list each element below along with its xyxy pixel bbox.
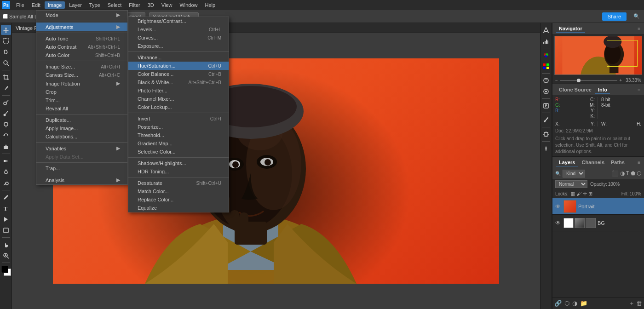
color-icon[interactable] <box>541 50 551 60</box>
navigator-icon[interactable] <box>541 25 551 35</box>
layer-group-icon[interactable]: 📁 <box>580 300 587 307</box>
clone-stamp-tool[interactable] <box>1 120 11 130</box>
adj-black-white[interactable]: Black & White... Alt+Shift+Ctrl+B <box>128 78 229 86</box>
clone-source-tab[interactable]: Clone Source <box>556 86 594 94</box>
menu-3d[interactable]: 3D <box>144 1 157 9</box>
type-tool[interactable]: T <box>1 203 11 213</box>
zoom-out-icon[interactable]: − <box>555 78 558 83</box>
path-selection-tool[interactable] <box>1 214 11 224</box>
image-menu-canvas-size[interactable]: Canvas Size... Alt+Ctrl+C <box>36 71 127 79</box>
adj-levels[interactable]: Levels... Ctrl+L <box>128 25 229 34</box>
hand-tool[interactable] <box>1 240 11 250</box>
lock-transparent-icon[interactable]: ▦ <box>570 191 575 197</box>
zoom-in-icon[interactable]: + <box>619 78 622 83</box>
layer-filter-pixel-icon[interactable]: ⬛ <box>612 170 619 177</box>
history-brush-tool[interactable] <box>1 131 11 141</box>
layers-kind-select[interactable]: Kind <box>563 170 585 177</box>
healing-brush-tool[interactable] <box>1 97 11 108</box>
adj-exposure[interactable]: Exposure... <box>128 42 229 50</box>
adj-gradient-map[interactable]: Gradient Map... <box>128 139 229 148</box>
info-tab[interactable]: Info <box>595 86 610 94</box>
layers-tab[interactable]: Layers <box>556 159 578 166</box>
adj-channel-mixer[interactable]: Channel Mixer... <box>128 95 229 103</box>
sample-all-layers-input[interactable] <box>3 14 8 19</box>
layer-visibility-bg[interactable]: 👁 <box>554 219 562 227</box>
adj-shadows-highlights[interactable]: Shadows/Highlights... <box>128 159 229 167</box>
lock-position-icon[interactable]: ✛ <box>583 191 587 197</box>
layers-options-icon[interactable]: ≡ <box>638 160 640 165</box>
layer-row-portrait[interactable]: 👁 Portrait <box>552 198 644 215</box>
image-menu-auto-contrast[interactable]: Auto Contrast Alt+Shift+Ctrl+L <box>36 43 127 51</box>
image-menu-adjustments[interactable]: Adjustments ▶ <box>36 23 127 31</box>
adj-hue-saturation[interactable]: Hue/Saturation... Ctrl+U <box>128 62 229 70</box>
menu-help[interactable]: Help <box>202 1 219 9</box>
lasso-tool[interactable] <box>1 47 11 57</box>
more-options-icon[interactable] <box>541 143 551 154</box>
layer-visibility-portrait[interactable]: 👁 <box>554 203 562 210</box>
layer-filter-adjust-icon[interactable]: ◑ <box>620 170 625 177</box>
image-menu-analysis[interactable]: Analysis ▶ <box>36 176 127 184</box>
image-menu-auto-color[interactable]: Auto Color Shift+Ctrl+B <box>36 51 127 59</box>
histogram-icon[interactable] <box>541 36 551 46</box>
zoom-slider[interactable] <box>560 80 617 81</box>
image-menu-auto-tone[interactable]: Auto Tone Shift+Ctrl+L <box>36 34 127 43</box>
channels-tab[interactable]: Channels <box>579 159 607 166</box>
adj-color-balance[interactable]: Color Balance... Ctrl+B <box>128 70 229 78</box>
paths-tab[interactable]: Paths <box>608 159 627 166</box>
adj-desaturate[interactable]: Desaturate Shift+Ctrl+U <box>128 179 229 187</box>
plugins-icon[interactable] <box>541 129 551 139</box>
share-button[interactable]: Share <box>602 12 627 21</box>
dodge-tool[interactable] <box>1 178 11 188</box>
adj-photo-filter[interactable]: Photo Filter... <box>128 86 229 95</box>
menu-window[interactable]: Window <box>176 1 201 9</box>
adj-threshold[interactable]: Threshold... <box>128 131 229 139</box>
layer-filter-type-icon[interactable]: T <box>626 170 629 177</box>
search-icon[interactable]: 🔍 <box>632 13 641 19</box>
info-panel-header[interactable]: Clone Source Info ≡ <box>552 84 644 95</box>
image-menu-crop[interactable]: Crop <box>36 88 127 96</box>
layer-filter-smart-icon[interactable]: ⬡ <box>637 170 641 177</box>
adjustments-icon[interactable] <box>541 75 551 86</box>
adj-posterize[interactable]: Posterize... <box>128 123 229 131</box>
layer-add-mask-icon[interactable]: ⬡ <box>564 300 569 307</box>
navigator-tab[interactable]: Navigator <box>556 25 585 33</box>
image-menu-duplicate[interactable]: Duplicate... <box>36 116 127 124</box>
menu-view[interactable]: View <box>158 1 176 9</box>
menu-layer[interactable]: Layer <box>66 1 85 9</box>
info-panel-options-icon[interactable]: ≡ <box>638 87 640 92</box>
rectangular-marquee-tool[interactable] <box>1 36 11 46</box>
image-menu-mode[interactable]: Mode ▶ <box>36 11 127 19</box>
gradient-tool[interactable] <box>1 156 11 166</box>
adj-hdr-toning[interactable]: HDR Toning... <box>128 167 229 176</box>
adj-curves[interactable]: Curves... Ctrl+M <box>128 34 229 42</box>
layer-row-bg[interactable]: 👁 BG <box>552 215 644 231</box>
menu-filter[interactable]: Filter <box>126 1 143 9</box>
menu-edit[interactable]: Edit <box>29 1 44 9</box>
image-menu-image-size[interactable]: Image Size... Alt+Ctrl+I <box>36 63 127 71</box>
adj-equalize[interactable]: Equalize <box>128 204 229 212</box>
brush-tool[interactable] <box>1 109 11 119</box>
navigator-options-icon[interactable]: ≡ <box>638 26 640 31</box>
brush-settings-icon[interactable] <box>541 115 551 125</box>
menu-file[interactable]: File <box>13 1 28 9</box>
menu-select[interactable]: Select <box>104 1 125 9</box>
quick-selection-tool[interactable] <box>1 58 11 68</box>
image-menu-trim[interactable]: Trim... <box>36 96 127 104</box>
adj-vibrance[interactable]: Vibrance... <box>128 53 229 62</box>
image-menu-image-rotation[interactable]: Image Rotation ▶ <box>36 79 127 88</box>
blur-tool[interactable] <box>1 167 11 177</box>
menu-image[interactable]: Image <box>45 1 65 9</box>
adj-invert[interactable]: Invert Ctrl+I <box>128 114 229 123</box>
pen-tool[interactable] <box>1 192 11 202</box>
layer-add-icon[interactable]: + <box>630 300 633 307</box>
properties-icon[interactable] <box>541 101 551 111</box>
adj-color-lookup[interactable]: Color Lookup... <box>128 103 229 111</box>
move-tool[interactable] <box>1 25 11 35</box>
color-swatches[interactable] <box>1 266 11 276</box>
fill-value[interactable]: 100% <box>629 191 641 196</box>
lock-artboard-icon[interactable]: ⊞ <box>588 191 592 197</box>
adj-replace-color[interactable]: Replace Color... <box>128 195 229 204</box>
adj-selective-color[interactable]: Selective Color... <box>128 148 229 156</box>
navigator-panel-header[interactable]: Navigator ≡ <box>552 23 644 34</box>
image-menu-calculations[interactable]: Calculations... <box>36 132 127 141</box>
